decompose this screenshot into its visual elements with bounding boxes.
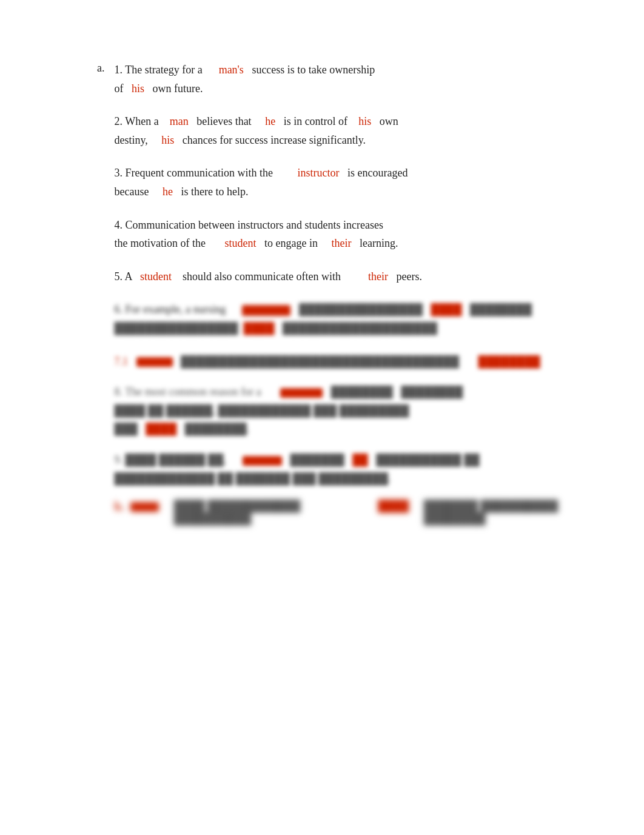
- p6-blurred5: ████████████████: [115, 322, 241, 334]
- p3-instructor: instructor: [297, 167, 339, 179]
- section-label: a.: [97, 62, 105, 525]
- p2-text3: chances for success increase significant…: [183, 134, 366, 146]
- p8-text2: ████████: [331, 386, 393, 398]
- p2-his2: his: [161, 134, 174, 146]
- p8-text4: ████ ██ ██████, ████████████ ███ ███████…: [115, 404, 409, 417]
- page-container: a. 1. The strategy for a man's success i…: [0, 0, 644, 574]
- p9-highlight2: ██: [352, 454, 368, 466]
- p1-text1: success is to take ownership: [252, 64, 375, 76]
- paragraph-6: 6. For example, a nursing ██████████████…: [115, 300, 596, 337]
- p6-blurred2: ████████████████: [299, 303, 423, 315]
- p7-blurred3: ████████: [478, 355, 540, 367]
- p9-text4: █████████████ ██ ███████ ███ █████████.: [115, 472, 391, 485]
- p6-blurred7: ████████████████████: [283, 322, 437, 334]
- p6-blurred3: ████: [431, 303, 462, 315]
- paragraph-9: 9. ████ ██████ ██, ███████ ██ ██████████…: [115, 451, 596, 488]
- p5-student: student: [140, 270, 172, 283]
- p1-number: 1. The strategy for a: [115, 64, 203, 76]
- p5-text1: should also communicate often with: [183, 270, 341, 283]
- p7-number: 7.1: [115, 355, 129, 367]
- p1-text2: own future.: [153, 82, 203, 95]
- last-label: b.: [115, 500, 124, 525]
- paragraph-4: 4. Communication between instructors and…: [115, 216, 596, 253]
- p6-number: 6. For example, a nursing: [115, 303, 226, 315]
- p6-blurred4: ████████: [470, 303, 532, 315]
- last-highlight2: ████: [378, 500, 409, 525]
- p2-text2: is in control of: [284, 115, 348, 127]
- p1-of: of: [115, 82, 124, 95]
- p5-number: 5. A: [115, 270, 132, 283]
- p5-their: their: [368, 270, 388, 283]
- p2-number: 2. When a: [115, 115, 159, 127]
- last-highlight: [130, 502, 159, 512]
- content-area: 1. The strategy for a man's success is t…: [115, 61, 596, 525]
- p4-student: student: [224, 237, 256, 249]
- p6-blurred6: ████: [244, 322, 275, 334]
- p3-text1: is encouraged: [347, 167, 408, 179]
- paragraph-5: 5. A student should also communicate oft…: [115, 267, 596, 286]
- paragraph-2: 2. When a man believes that he is in con…: [115, 112, 596, 149]
- p6-blurred1: [242, 305, 290, 316]
- p3-he: he: [163, 186, 173, 198]
- p2-his1: his: [358, 115, 371, 127]
- p2-he: he: [265, 115, 275, 127]
- p8-highlight2: ████: [146, 423, 176, 435]
- p2-text1: believes that: [196, 115, 251, 127]
- p2-destiny: destiny,: [115, 134, 148, 146]
- p7-blurred2: ████████████████████████████████████: [181, 355, 459, 367]
- last-text2: ███████ ██████████ ████████: [424, 500, 595, 525]
- paragraph-7: 7.1 ████████████████████████████████████…: [115, 352, 596, 371]
- p4-number: 4. Communication between instructors and…: [115, 219, 383, 231]
- p7-blurred1: [136, 357, 173, 367]
- p5-text2: peers.: [396, 270, 421, 283]
- p1-his: his: [132, 82, 144, 95]
- p9-text3: ███████████ ██: [376, 454, 479, 466]
- p3-number: 3. Frequent communication with the: [115, 167, 273, 179]
- p9-highlight: [243, 456, 282, 466]
- p3-because: because: [115, 186, 149, 198]
- last-text1: ████ ████████████ ██████████: [174, 500, 352, 525]
- p2-man: man: [170, 115, 189, 127]
- p1-mans: man's: [219, 64, 244, 76]
- p9-text1: 9. ████ ██████ ██,: [115, 454, 227, 466]
- paragraph-3: 3. Frequent communication with the instr…: [115, 164, 596, 201]
- section-a: a. 1. The strategy for a man's success i…: [97, 61, 595, 525]
- p3-text2: is there to help.: [181, 186, 248, 198]
- p2-own: own: [380, 115, 398, 127]
- p8-text3: ████████: [401, 386, 463, 398]
- p9-text2: ███████: [290, 454, 344, 466]
- last-section: b. ████ ████████████ ██████████ ████ ███…: [115, 500, 596, 525]
- p8-text6: ████████.: [185, 423, 250, 435]
- p4-text3: learning.: [360, 237, 398, 249]
- paragraph-1: 1. The strategy for a man's success is t…: [115, 61, 596, 98]
- p4-text2: to engage in: [264, 237, 318, 249]
- paragraph-8: 8. The most common reason for a ████████…: [115, 383, 596, 438]
- p4-text1: the motivation of the: [115, 237, 206, 249]
- p8-text1: 8. The most common reason for a: [115, 386, 261, 398]
- p8-highlight: [280, 388, 323, 398]
- p8-text5: ███: [115, 423, 138, 435]
- p4-their: their: [331, 237, 351, 249]
